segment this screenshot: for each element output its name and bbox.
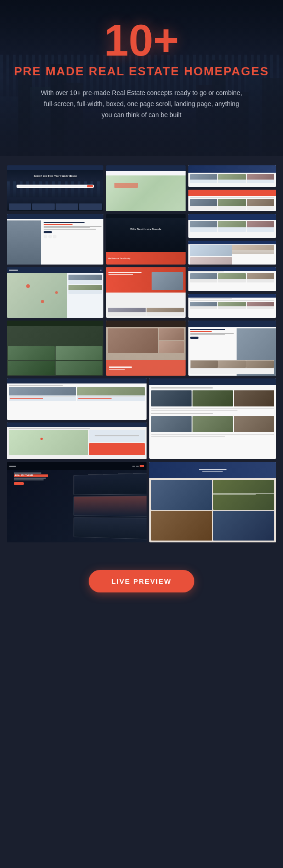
screenshot-mini-props-stack [7,378,147,459]
screenshot-agent-light[interactable] [7,214,103,265]
hero-section: 10+ PRE MADE REAL ESTATE HOMEPAGES With … [0,0,283,156]
screenshot-search-hero[interactable]: Search and Find Your Family House [7,165,103,211]
hero-subtitle: PRE MADE REAL ESTATE HOMEPAGES [14,64,269,79]
orange-strip-text: We Reinvent Your Reality [108,257,130,259]
screenshot-map-contact[interactable] [7,423,147,459]
screenshot-photo-grid[interactable] [149,462,276,542]
screenshot-row-6: REALITY THEME [7,462,276,542]
screenshot-orange-feature[interactable] [106,267,185,318]
screenshot-map-view[interactable] [106,165,185,211]
screenshot-row-3 [7,267,276,318]
screenshot-top-props-1[interactable] [188,267,276,291]
villa-text: Villa Bastilicata Grande [130,228,161,231]
screenshot-reality-props-1[interactable] [188,165,276,187]
screenshot-news-1[interactable] [149,378,276,459]
screenshots-grid: Search and Find Your Family House [7,165,276,542]
screenshot-hero-text: Search and Find Your Family House [34,175,77,177]
screenshot-top-props-2[interactable] [188,294,276,318]
screenshot-reality-theme[interactable]: REALITY THEME [7,462,147,542]
screenshot-row-1: Search and Find Your Family House [7,165,276,211]
screenshot-mini-props[interactable] [7,378,147,420]
hero-content: 10+ PRE MADE REAL ESTATE HOMEPAGES With … [14,18,269,120]
screenshot-reality-props-2[interactable] [188,190,276,211]
screenshot-right-stack-1 [188,165,276,211]
live-preview-button[interactable]: LIVE PREVIEW [89,570,195,592]
cta-section: LIVE PREVIEW [0,556,283,611]
screenshot-feature-photo[interactable] [7,321,103,376]
screenshot-right-stack-3 [188,267,276,318]
screenshot-gallery[interactable] [106,321,185,376]
screenshot-agent-feature-right[interactable] [188,321,276,376]
screenshot-properties-style-1[interactable] [188,214,276,238]
screenshot-row-2: Villa Bastilicata Grande We Reinvent You… [7,214,276,265]
screenshot-row-4 [7,321,276,376]
screenshot-properties-style-2[interactable] [188,241,276,265]
screenshot-villa-dark[interactable]: Villa Bastilicata Grande We Reinvent You… [106,214,185,265]
hero-big-number: 10+ [104,18,179,62]
screenshot-row-5 [7,378,276,459]
screenshot-right-stack-2 [188,214,276,265]
screenshot-map-properties[interactable] [7,267,103,318]
screenshots-section: Search and Find Your Family House [0,156,283,556]
hero-description: With over 10+ pre-made Real Estate conce… [40,88,243,120]
